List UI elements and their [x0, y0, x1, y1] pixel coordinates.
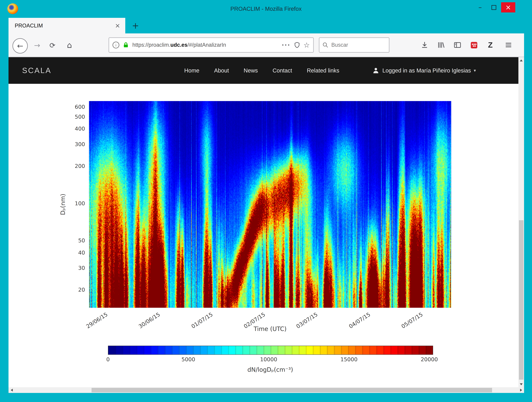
- colorbar-label: dN/logDₚ(cm⁻³): [108, 366, 432, 373]
- user-menu[interactable]: Logged in as María Piñeiro Iglesias ▾: [372, 67, 476, 74]
- y-tick-label: 100: [75, 200, 85, 206]
- lock-icon: [122, 42, 129, 48]
- user-label: Logged in as María Piñeiro Iglesias: [382, 67, 471, 74]
- tab-title: PROACLIM: [15, 23, 115, 29]
- site-brand[interactable]: SCALA: [22, 57, 51, 84]
- extension-red-button[interactable]: [467, 38, 481, 52]
- page-actions-icon[interactable]: •••: [282, 43, 291, 47]
- nav-link-related-links[interactable]: Related links: [307, 67, 339, 74]
- home-button[interactable]: ⌂: [63, 38, 76, 52]
- y-tick-label: 200: [75, 163, 85, 169]
- nav-link-about[interactable]: About: [214, 67, 229, 74]
- caret-down-icon: ▾: [474, 68, 476, 73]
- scroll-left-button[interactable]: [8, 387, 15, 393]
- colorbar-tick-label: 5000: [181, 356, 195, 362]
- site-header: SCALA HomeAboutNewsContactRelated links …: [8, 57, 518, 84]
- y-tick-label: 30: [78, 265, 85, 271]
- bookmark-star-icon[interactable]: ☆: [304, 41, 310, 49]
- window-title: PROACLIM - Mozilla Firefox: [0, 0, 532, 18]
- y-tick-label: 40: [78, 249, 85, 255]
- url-domain: udc.es: [170, 42, 187, 48]
- url-path: /#/platAnalizarIn: [188, 42, 226, 48]
- close-button[interactable]: ×: [501, 2, 515, 12]
- colorbar-tick-label: 0: [106, 356, 110, 362]
- maximize-button[interactable]: [488, 2, 500, 12]
- scroll-down-button[interactable]: [518, 381, 524, 387]
- colorbar-tick-label: 10000: [260, 356, 277, 362]
- download-button[interactable]: [417, 38, 432, 52]
- search-input[interactable]: [331, 42, 386, 48]
- extension-red-icon: [470, 41, 478, 49]
- colorbar: [108, 346, 433, 355]
- menu-button[interactable]: [501, 38, 516, 52]
- colorbar-tick-labels: 05000100001500020000: [108, 356, 432, 364]
- library-icon: [437, 41, 445, 49]
- horizontal-scrollbar[interactable]: [8, 387, 524, 393]
- y-axis-label: Dₚ(nm): [59, 194, 66, 215]
- scroll-right-icon: [520, 389, 522, 391]
- sidebar-icon: [454, 41, 462, 49]
- browser-window: PROACLIM - Mozilla Firefox – × PROACLIM …: [0, 0, 532, 402]
- reload-button[interactable]: ⟳: [46, 38, 59, 52]
- y-tick-label: 300: [75, 141, 85, 147]
- y-tick-label: 500: [75, 113, 85, 120]
- shield-icon[interactable]: [293, 42, 300, 48]
- download-icon: [421, 41, 429, 49]
- nav-link-news[interactable]: News: [244, 67, 258, 74]
- heatmap-canvas[interactable]: [89, 101, 451, 308]
- back-button[interactable]: ←: [13, 38, 28, 54]
- vertical-scroll-thumb[interactable]: [519, 220, 524, 380]
- forward-button[interactable]: →: [31, 38, 44, 52]
- search-icon: [322, 42, 329, 48]
- search-box[interactable]: [319, 37, 389, 53]
- url-text: https://proaclim.udc.es/#/platAnalizarIn: [132, 42, 279, 48]
- zotero-button[interactable]: Z: [483, 38, 498, 52]
- scroll-right-button[interactable]: [518, 387, 524, 393]
- maximize-icon: [491, 5, 496, 10]
- nav-link-home[interactable]: Home: [184, 67, 199, 74]
- url-bar[interactable]: i https://proaclim.udc.es/#/platAnalizar…: [108, 37, 314, 53]
- x-axis-label: Time (UTC): [89, 326, 451, 332]
- new-tab-button[interactable]: +: [128, 18, 143, 33]
- vertical-scrollbar[interactable]: [518, 57, 524, 387]
- url-scheme: https://proaclim.: [132, 42, 170, 48]
- sidebar-toggle-button[interactable]: [450, 38, 465, 52]
- hamburger-icon: [505, 41, 513, 49]
- library-button[interactable]: [434, 38, 448, 52]
- window-titlebar: PROACLIM - Mozilla Firefox – ×: [0, 0, 532, 18]
- horizontal-scroll-thumb[interactable]: [92, 388, 492, 392]
- y-tick-label: 20: [78, 287, 85, 293]
- site-nav: HomeAboutNewsContactRelated links Logged…: [184, 57, 476, 84]
- y-tick-label: 50: [78, 237, 85, 244]
- colorbar-tick-label: 15000: [340, 356, 358, 362]
- heatmap-plot[interactable]: [89, 101, 451, 308]
- zotero-icon: Z: [488, 41, 493, 49]
- y-tick-label: 400: [75, 126, 85, 132]
- scroll-left-icon: [11, 389, 13, 391]
- browser-tab[interactable]: PROACLIM ×: [8, 18, 125, 33]
- scroll-up-icon: [520, 59, 523, 61]
- person-icon: [372, 67, 380, 74]
- colorbar-canvas: [108, 346, 433, 354]
- minimize-button[interactable]: –: [474, 2, 486, 12]
- y-tick-label: 600: [75, 104, 85, 110]
- colorbar-tick-label: 20000: [421, 356, 438, 362]
- scroll-down-icon: [520, 383, 523, 385]
- nav-link-contact[interactable]: Contact: [272, 67, 292, 74]
- tab-close-icon[interactable]: ×: [115, 22, 120, 29]
- scroll-up-button[interactable]: [518, 57, 524, 63]
- info-icon[interactable]: i: [113, 42, 119, 48]
